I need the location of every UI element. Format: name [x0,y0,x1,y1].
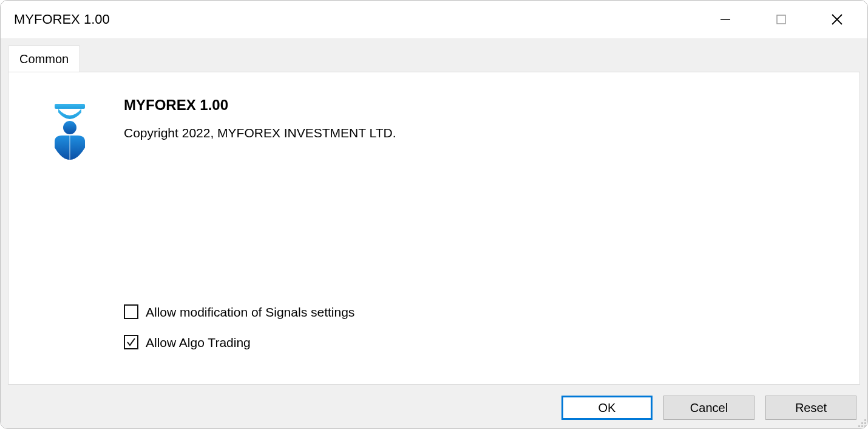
checkbox-allow-signals[interactable]: Allow modification of Signals settings [124,304,354,319]
tab-common[interactable]: Common [8,46,80,72]
tab-container: Common [8,46,860,385]
resize-grip[interactable] [855,416,866,427]
maximize-icon [776,14,787,25]
button-label: Reset [795,401,827,415]
checkbox-box [124,335,138,349]
client-area: Common [1,38,867,428]
svg-rect-1 [777,15,785,24]
window-title: MYFOREX 1.00 [14,12,110,27]
close-icon [830,13,844,26]
svg-point-5 [63,121,76,134]
checkbox-group: Allow modification of Signals settings A… [124,304,354,349]
button-label: Cancel [690,401,728,415]
checkbox-box [124,304,138,319]
minimize-button[interactable] [697,2,753,37]
svg-rect-4 [55,104,85,109]
button-row: OK Cancel Reset [561,396,856,420]
dialog-window: MYFOREX 1.00 [0,0,868,429]
ok-button[interactable]: OK [561,396,653,420]
minimize-icon [719,13,731,26]
program-title: MYFOREX 1.00 [124,97,228,114]
panel-content: MYFOREX 1.00 Copyright 2022, MYFOREX INV… [8,72,860,384]
reset-button[interactable]: Reset [765,396,856,420]
tab-panel-common: MYFOREX 1.00 Copyright 2022, MYFOREX INV… [8,72,860,385]
button-label: OK [598,401,616,415]
titlebar[interactable]: MYFOREX 1.00 [1,1,867,38]
copyright-text: Copyright 2022, MYFOREX INVESTMENT LTD. [124,126,396,140]
tab-label: Common [19,52,69,66]
close-button[interactable] [809,2,865,37]
checkbox-allow-algo[interactable]: Allow Algo Trading [124,335,354,349]
tabstrip: Common [8,46,860,72]
expert-advisor-icon [51,101,89,160]
checkbox-label: Allow modification of Signals settings [146,306,354,318]
window-controls [697,1,865,38]
maximize-button [753,2,809,37]
cancel-button[interactable]: Cancel [663,396,754,420]
checkbox-label: Allow Algo Trading [146,336,251,349]
